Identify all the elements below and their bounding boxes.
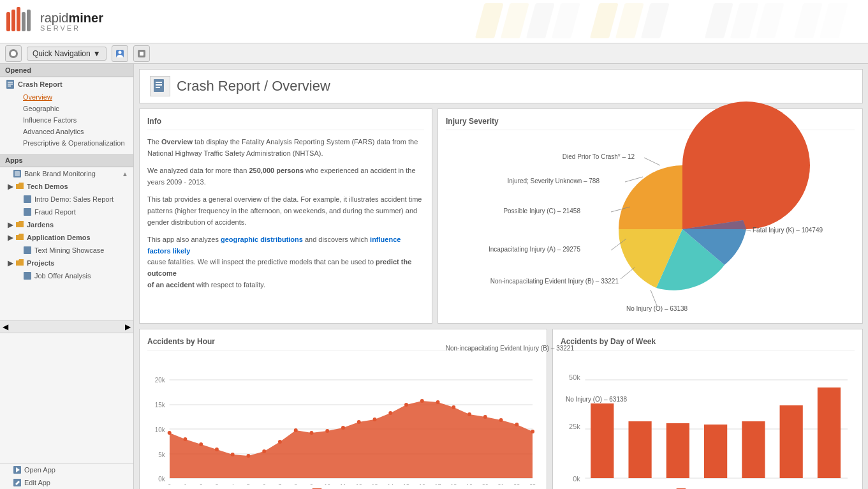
nav-overview[interactable]: Overview: [0, 91, 133, 103]
svg-rect-0: [6, 12, 10, 31]
bar-wednesday: [704, 425, 727, 478]
sidebar-spacer: [0, 282, 133, 320]
app-text-mining[interactable]: Text Mining Showcase: [0, 244, 133, 257]
svg-point-70: [215, 448, 219, 451]
expand-icon-4: ▶: [8, 259, 13, 267]
svg-line-55: [644, 158, 660, 165]
logo-area: rapidminer SERVER: [6, 7, 134, 36]
app-jardens[interactable]: ▶ Jardens: [0, 218, 133, 231]
nav-prescriptive[interactable]: Prescriptive & Operationalization: [0, 137, 133, 149]
header-bg-decoration: [358, 0, 868, 43]
settings-icon: [136, 49, 147, 59]
toolbar: Quick Navigation ▼: [0, 43, 868, 64]
svg-text:15k: 15k: [155, 402, 165, 409]
page-title-bar: Crash Report / Overview: [139, 69, 863, 103]
svg-rect-32: [24, 272, 31, 280]
crash-report-group[interactable]: Crash Report: [0, 77, 133, 91]
svg-rect-22: [140, 52, 143, 56]
svg-text:Died Prior To Crash* – 12: Died Prior To Crash* – 12: [562, 153, 635, 160]
top-panels-row: Info The Overview tab display the Fatali…: [139, 109, 863, 324]
nav-influence[interactable]: Influence Factors: [0, 114, 133, 126]
edit-app-button[interactable]: Edit App: [0, 476, 133, 489]
settings-button[interactable]: [133, 45, 150, 62]
svg-point-82: [404, 403, 408, 407]
scroll-indicator: ▲: [122, 170, 128, 177]
scroll-right[interactable]: ▶: [125, 322, 131, 331]
svg-rect-4: [27, 10, 31, 31]
svg-rect-38: [156, 84, 162, 86]
users-button[interactable]: [112, 45, 128, 62]
app-fraud[interactable]: Fraud Report: [0, 206, 133, 218]
bar-tuesday: [666, 423, 689, 478]
open-app-button[interactable]: Open App: [0, 463, 133, 476]
svg-text:23: 23: [529, 483, 536, 485]
opened-section-title: Opened: [0, 64, 133, 77]
edit-app-label: Edit App: [24, 479, 50, 486]
scroll-left[interactable]: ◀: [3, 322, 8, 331]
svg-point-18: [11, 51, 16, 56]
svg-text:20: 20: [482, 483, 489, 485]
svg-text:Injured; Severity Unknown – 78: Injured; Severity Unknown – 788: [507, 177, 600, 184]
svg-text:Incapacitating Injury (A) – 29: Incapacitating Injury (A) – 29275: [489, 246, 580, 253]
sidebar-toggle[interactable]: ◀: [133, 276, 134, 296]
app-icon-5: [23, 271, 32, 280]
svg-point-73: [262, 449, 266, 453]
app-projects[interactable]: ▶ Projects: [0, 257, 133, 269]
folder-icon: [15, 182, 24, 191]
app-job-offer[interactable]: Job Offer Analysis: [0, 269, 133, 282]
svg-text:15: 15: [403, 483, 409, 485]
hour-chart-svg: 0k 5k 10k 15k 20k: [147, 357, 539, 485]
users-icon: [115, 49, 125, 59]
svg-point-84: [436, 400, 440, 404]
quick-nav-arrow: ▼: [93, 49, 101, 58]
main-layout: Opened Crash Report Overview Geographic …: [0, 64, 868, 489]
sidebar: Opened Crash Report Overview Geographic …: [0, 64, 134, 489]
svg-text:Tuesday: Tuesday: [658, 483, 680, 485]
bar-saturday: [818, 387, 841, 478]
svg-text:4: 4: [231, 483, 234, 485]
crash-report-label: Crash Report: [18, 80, 63, 88]
svg-rect-2: [17, 7, 20, 31]
svg-rect-37: [156, 82, 162, 83]
svg-text:17: 17: [435, 483, 441, 485]
nav-advanced[interactable]: Advanced Analytics: [0, 126, 133, 137]
svg-point-75: [294, 428, 298, 432]
sidebar-scroll-bar[interactable]: ◀ ▶: [0, 320, 133, 333]
svg-rect-10: [615, 3, 644, 38]
content-area: Crash Report / Overview Info The Overvie…: [134, 64, 868, 489]
svg-rect-26: [8, 86, 11, 87]
svg-rect-25: [8, 84, 13, 85]
open-app-icon: [13, 465, 22, 474]
svg-rect-7: [526, 3, 555, 38]
svg-text:0k: 0k: [158, 476, 165, 483]
svg-text:2: 2: [200, 483, 203, 485]
quick-nav-button[interactable]: Quick Navigation ▼: [27, 47, 107, 61]
svg-text:5: 5: [247, 483, 250, 485]
app-tech-demos[interactable]: ▶ Tech Demos: [0, 180, 133, 193]
accidents-day-panel: Accidents by Day of Week 0k 25k 50k: [552, 329, 863, 489]
crash-report-icon: [5, 79, 15, 89]
app-icon-2: [23, 195, 32, 204]
app-demos[interactable]: ▶ Application Demos: [0, 231, 133, 244]
svg-text:3: 3: [215, 483, 218, 485]
svg-point-80: [373, 418, 377, 421]
info-panel-title: Info: [147, 117, 424, 130]
expand-icon-3: ▶: [8, 234, 13, 242]
svg-text:11: 11: [340, 483, 346, 485]
svg-text:1: 1: [184, 483, 187, 485]
accidents-hour-chart: 0k 5k 10k 15k 20k: [147, 357, 539, 485]
svg-rect-30: [24, 208, 31, 216]
app-icon-4: [23, 246, 32, 255]
svg-rect-6: [501, 3, 529, 38]
svg-point-85: [452, 405, 455, 409]
home-button[interactable]: [5, 45, 22, 62]
svg-rect-14: [756, 3, 784, 38]
svg-rect-5: [475, 3, 504, 38]
svg-text:6: 6: [263, 483, 266, 485]
nav-geographic[interactable]: Geographic: [0, 103, 133, 114]
svg-rect-13: [730, 3, 759, 38]
svg-text:Monday: Monday: [621, 483, 642, 485]
app-icon-3: [23, 207, 32, 216]
app-intro-demo[interactable]: Intro Demo: Sales Report: [0, 193, 133, 206]
app-bank-brand[interactable]: Bank Brand Monitoring ▲: [0, 167, 133, 180]
